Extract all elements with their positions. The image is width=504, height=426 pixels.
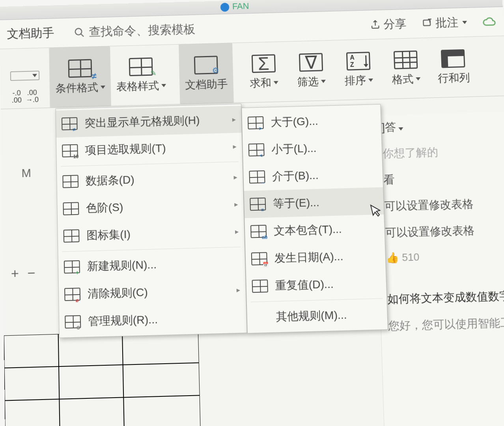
sort-button[interactable]: 排序 bbox=[334, 39, 383, 100]
search-placeholder: 查找命令、搜索模板 bbox=[89, 21, 196, 40]
data-bars-icon bbox=[62, 175, 78, 188]
sum-button[interactable]: Σ 求和 bbox=[239, 42, 288, 103]
search-icon bbox=[74, 27, 85, 38]
menu-manage-rules[interactable]: ⚙ 管理规则(R)... bbox=[59, 303, 247, 336]
table-style-icon: ✎ bbox=[129, 57, 153, 76]
highlight-rules-submenu: > 大于(G)... < 小于(L)... ↔ 介于(B)... = 等于(E)… bbox=[241, 104, 388, 334]
menu-clear-rules[interactable]: ⌀ 清除规则(C)▸ bbox=[59, 276, 246, 308]
sum-icon: Σ bbox=[252, 54, 276, 73]
submenu-date-occurring[interactable]: 📅 发生日期(A)... bbox=[245, 242, 386, 273]
doc-assistant-button[interactable]: ⚙ 文档助手 bbox=[179, 43, 234, 104]
color-scales-icon bbox=[63, 202, 79, 215]
conditional-format-button[interactable]: ≠ 条件格式 bbox=[49, 46, 111, 107]
submenu-more-rules[interactable]: 其他规则(M)... bbox=[247, 300, 388, 331]
menu-color-scales[interactable]: 色阶(S)▸ bbox=[57, 191, 244, 222]
menu-top-bottom-rules[interactable]: 10 项目选取规则(T)▸ bbox=[56, 133, 243, 164]
help-like[interactable]: 👍 510 bbox=[386, 251, 419, 264]
sort-icon bbox=[346, 52, 370, 71]
increase-decimal[interactable]: -.0.00 bbox=[11, 89, 22, 104]
submenu-between[interactable]: ↔ 介于(B)... bbox=[243, 160, 383, 191]
table-style-button[interactable]: ✎ 表格样式 bbox=[110, 45, 172, 106]
comment-button[interactable]: 批注 bbox=[422, 14, 467, 31]
filter-icon: ∇ bbox=[299, 53, 323, 72]
help-look: 看 bbox=[383, 169, 504, 188]
svg-line-1 bbox=[81, 34, 84, 36]
submenu-less-than[interactable]: < 小于(L)... bbox=[243, 133, 382, 164]
help-search-hint[interactable]: 你想了解的 bbox=[383, 143, 504, 161]
doc-assistant-icon: ⚙ bbox=[194, 56, 218, 75]
submenu-duplicate-values[interactable]: 重复值(D)... bbox=[246, 269, 386, 300]
help-line-1: 可以设置修改表格 bbox=[384, 196, 504, 214]
submenu-equal-to[interactable]: = 等于(E)... bbox=[244, 187, 384, 218]
search-command[interactable]: 查找命令、搜索模板 bbox=[74, 21, 196, 41]
zoom-controls[interactable]: + − bbox=[11, 265, 38, 282]
format-button[interactable]: 格式 bbox=[381, 38, 431, 99]
submenu-text-contains[interactable]: ab 文本包含(T)... bbox=[245, 215, 385, 246]
help-question-2: 如何将文本变成数值数字 bbox=[387, 288, 504, 307]
conditional-format-menu: ≠ 突出显示单元格规则(H)▸ 10 项目选取规则(T)▸ 数据条(D)▸ 色阶… bbox=[56, 104, 247, 338]
cloud-icon[interactable] bbox=[483, 16, 497, 27]
number-format-group: -.0.00 .00→.0 bbox=[0, 48, 50, 109]
table-grid[interactable] bbox=[4, 330, 202, 426]
thumbs-up-icon: 👍 bbox=[386, 251, 399, 264]
menu-highlight-cell-rules[interactable]: ≠ 突出显示单元格规则(H)▸ bbox=[56, 106, 242, 138]
share-button[interactable]: 分享 bbox=[370, 16, 407, 32]
duplicate-icon bbox=[252, 280, 268, 293]
comment-icon bbox=[422, 18, 433, 29]
title-fragment: ⬤ FAN bbox=[220, 1, 249, 12]
help-answer-2: 您好，您可以使用智能工具 bbox=[388, 315, 504, 334]
svg-rect-3 bbox=[423, 20, 430, 25]
decrease-decimal[interactable]: .00→.0 bbox=[26, 89, 39, 103]
menu-icon-sets[interactable]: 图标集(I)▸ bbox=[58, 218, 245, 250]
submenu-greater-than[interactable]: > 大于(G)... bbox=[242, 106, 381, 137]
icon-sets-icon bbox=[63, 229, 80, 243]
menu-data-bars[interactable]: 数据条(D)▸ bbox=[57, 163, 243, 195]
column-header-m[interactable]: M bbox=[21, 166, 31, 180]
help-line-2: 可以设置修改表格 bbox=[385, 222, 504, 241]
conditional-format-icon: ≠ bbox=[68, 59, 92, 78]
help-panel: ]答 你想了解的 看 可以设置修改表格 可以设置修改表格 👍 510 如何将文本… bbox=[374, 112, 504, 426]
tab-doc-assistant[interactable]: 文档助手 bbox=[7, 25, 54, 42]
help-answer-tag: ]答 bbox=[382, 117, 504, 135]
filter-button[interactable]: ∇ 筛选 bbox=[287, 41, 336, 101]
share-icon bbox=[370, 19, 381, 30]
row-col-button[interactable]: 行和列 bbox=[429, 37, 478, 97]
row-col-icon bbox=[441, 49, 465, 68]
menu-new-rule[interactable]: ✦ 新建规则(N)... bbox=[58, 248, 245, 281]
format-icon bbox=[394, 50, 418, 69]
